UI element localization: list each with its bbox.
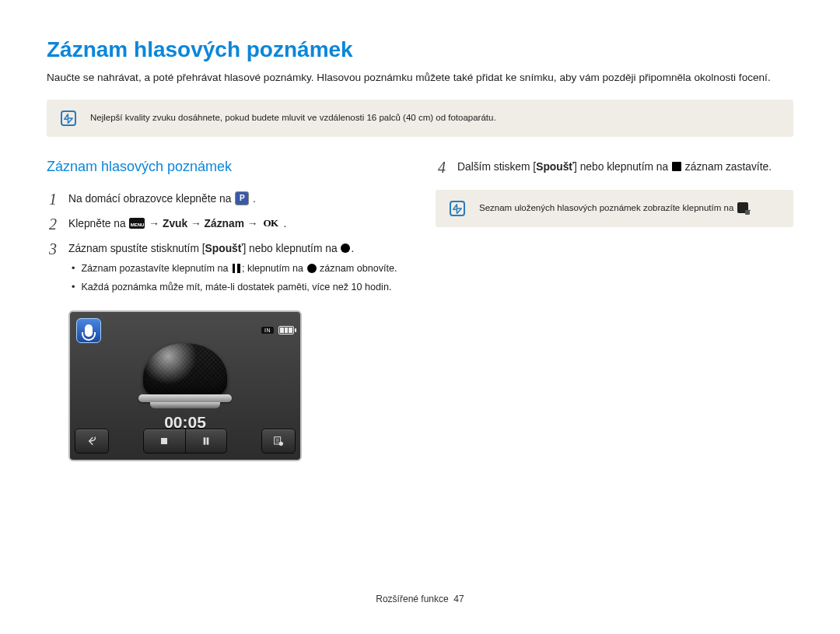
memo-list-button[interactable] xyxy=(261,429,296,454)
step-3: 3 Záznam spustíte stisknutím [Spoušť] ne… xyxy=(47,240,404,299)
tip-text: Nejlepší kvality zvuku dosáhnete, pokud … xyxy=(90,112,496,124)
section-subtitle: Záznam hlasových poznámek xyxy=(47,159,404,175)
menu-icon: MENU xyxy=(129,218,145,229)
svg-rect-1 xyxy=(203,437,205,444)
page-footer: Rozšířené funkce 47 xyxy=(0,594,840,604)
tip-box-audio-quality: Nejlepší kvality zvuku dosáhnete, pokud … xyxy=(47,100,793,137)
stop-button[interactable] xyxy=(144,429,186,453)
tip-text: Seznam uložených hlasových poznámek zobr… xyxy=(479,202,751,214)
svg-point-7 xyxy=(279,441,283,445)
step-2: 2 Klepněte na MENU → Zvuk → Záznam → OK … xyxy=(47,215,404,233)
step-3-sub-1: Záznam pozastavíte klepnutím na ; klepnu… xyxy=(72,261,404,275)
tip-icon xyxy=(450,201,465,216)
step-3-sub-2: Každá poznámka může mít, máte-li dostate… xyxy=(72,280,404,294)
recorder-preview: IN 00:05 xyxy=(68,310,302,461)
pause-icon xyxy=(232,264,241,273)
battery-icon xyxy=(278,326,294,335)
stop-pause-group xyxy=(143,429,227,454)
memo-list-icon xyxy=(737,202,748,213)
record-dot-icon xyxy=(307,264,317,273)
step-4: 4 Dalším stiskem [Spoušť] nebo klepnutím… xyxy=(436,159,793,176)
intro-text: Naučte se nahrávat, a poté přehrávat hla… xyxy=(47,70,793,86)
voice-recorder-app-icon xyxy=(76,318,101,343)
ok-icon: OK xyxy=(261,216,279,230)
pause-button[interactable] xyxy=(186,429,227,453)
mode-p-icon xyxy=(235,191,249,205)
microphone-graphic xyxy=(138,343,232,408)
svg-rect-2 xyxy=(206,437,208,444)
tip-box-memo-list: Seznam uložených hlasových poznámek zobr… xyxy=(436,190,793,227)
page-title: Záznam hlasových poznámek xyxy=(47,37,793,62)
record-dot-icon xyxy=(341,243,350,253)
step-1: 1 Na domácí obrazovce klepněte na . xyxy=(47,191,404,208)
svg-rect-0 xyxy=(161,438,167,444)
back-button[interactable] xyxy=(75,429,109,454)
tip-icon xyxy=(61,110,76,126)
stop-icon xyxy=(672,162,681,171)
memory-indicator: IN xyxy=(261,327,274,334)
